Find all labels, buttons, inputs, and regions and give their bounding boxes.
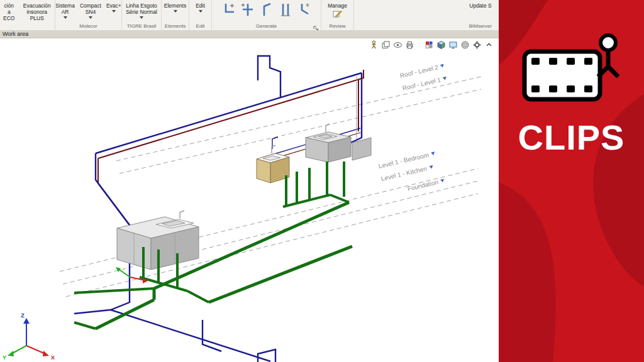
axis-triad: Z X Y bbox=[3, 312, 55, 361]
clips-branding: CLIPS bbox=[499, 0, 644, 158]
model-viewport[interactable]: Z X Y Roof - Level 2 Roof - Level 1 Leve… bbox=[0, 38, 499, 362]
ribbon-group-label: TIGRE Brasil bbox=[122, 22, 161, 30]
axis-z-label: Z bbox=[21, 312, 25, 319]
level-marker-icon bbox=[431, 151, 435, 155]
ribbon-spacer bbox=[354, 0, 462, 30]
clips-logo-icon bbox=[521, 29, 622, 106]
axis-x-label: X bbox=[51, 354, 55, 361]
ribbon-group-molecor: Sistema AR Compact SN4 Evac+ Molecor bbox=[55, 0, 122, 30]
dropdown-arrow-icon bbox=[64, 16, 67, 19]
evac-plus-button[interactable]: Evac+ bbox=[104, 1, 123, 14]
ribbon-group-tigre: Linha Esgoto Série Normal TIGRE Brasil bbox=[122, 0, 162, 30]
linha-esgoto-button[interactable]: Linha Esgoto Série Normal bbox=[124, 1, 159, 20]
axis-y-label: Y bbox=[3, 354, 6, 361]
level-marker-icon bbox=[440, 179, 445, 183]
viewport-icon[interactable] bbox=[448, 40, 458, 50]
ribbon-group-label: Edit bbox=[189, 22, 211, 30]
sphere-icon[interactable] bbox=[460, 40, 470, 50]
ribbon-group-label: Review bbox=[321, 22, 353, 30]
compact-sn4-button[interactable]: Compact SN4 bbox=[78, 1, 103, 20]
dropdown-arrow-icon bbox=[89, 16, 92, 19]
cold-water-pipes bbox=[74, 56, 362, 362]
update-button[interactable]: Update S bbox=[467, 1, 493, 10]
ribbon-group-label bbox=[0, 23, 55, 30]
ribbon-group-label: Molecor bbox=[55, 22, 121, 30]
ribbon-group-eco: ción a ECO Evacuación insonora PLUS bbox=[0, 0, 55, 30]
clips-title: CLIPS bbox=[518, 117, 625, 158]
eco-system-button[interactable]: ción a ECO bbox=[0, 1, 18, 23]
dropdown-arrow-icon bbox=[199, 10, 203, 13]
ribbon-group-generate: Generate bbox=[212, 0, 321, 30]
viewer-toolbar bbox=[369, 40, 494, 50]
sistema-ar-button[interactable]: Sistema AR bbox=[53, 1, 77, 20]
application-window: ción a ECO Evacuación insonora PLUS Sist… bbox=[0, 0, 644, 362]
copy-view-icon[interactable] bbox=[381, 40, 391, 50]
print-icon[interactable] bbox=[405, 40, 414, 50]
manage-button[interactable]: Manage bbox=[325, 1, 350, 19]
generate-pipe-cross-icon[interactable] bbox=[239, 1, 257, 19]
manage-markup-icon bbox=[333, 10, 342, 18]
settings-icon[interactable] bbox=[472, 40, 482, 50]
collapse-icon[interactable] bbox=[484, 40, 494, 50]
dropdown-arrow-icon bbox=[174, 10, 177, 13]
drainage-pipes bbox=[74, 162, 352, 329]
generate-pipe-column-icon[interactable] bbox=[277, 1, 294, 19]
ribbon-toolbar: ción a ECO Evacuación insonora PLUS Sist… bbox=[0, 0, 499, 31]
visibility-icon[interactable] bbox=[393, 40, 402, 50]
elements-button[interactable]: Elements bbox=[162, 1, 188, 14]
ribbon-group-label: Generate bbox=[212, 22, 321, 30]
level-marker-icon bbox=[429, 165, 433, 169]
color-scheme-icon[interactable] bbox=[425, 40, 434, 50]
generate-pipe-branch-icon[interactable] bbox=[296, 1, 313, 19]
dialog-launcher-icon[interactable] bbox=[313, 23, 319, 29]
generate-pipe-elbow-icon[interactable] bbox=[220, 1, 238, 19]
model-3d-icon[interactable] bbox=[436, 40, 446, 50]
ribbon-group-bimserver: Update S BIMserver bbox=[462, 0, 499, 30]
ribbon-group-review: Manage Review bbox=[321, 0, 354, 30]
generate-pipe-riser-icon[interactable] bbox=[258, 1, 275, 19]
walkthrough-icon[interactable] bbox=[369, 40, 379, 50]
sink-cabinet-middle bbox=[257, 153, 289, 183]
dropdown-arrow-icon bbox=[112, 10, 116, 13]
ribbon-group-label: Elements bbox=[162, 22, 189, 30]
workarea-tab: Work area bbox=[0, 30, 499, 38]
level-marker-icon bbox=[443, 77, 447, 80]
dropdown-arrow-icon bbox=[140, 16, 143, 19]
ribbon-group-elements: Elements Elements bbox=[162, 0, 189, 30]
evacuacion-insonora-button[interactable]: Evacuación insonora PLUS bbox=[19, 1, 55, 23]
ribbon-group-label: BIMserver bbox=[462, 22, 499, 30]
clips-overlay-panel: CLIPS bbox=[499, 0, 644, 362]
ribbon-group-edit: Edit Edit bbox=[189, 0, 212, 30]
level-marker-icon bbox=[440, 64, 445, 68]
edit-button[interactable]: Edit bbox=[194, 1, 207, 14]
